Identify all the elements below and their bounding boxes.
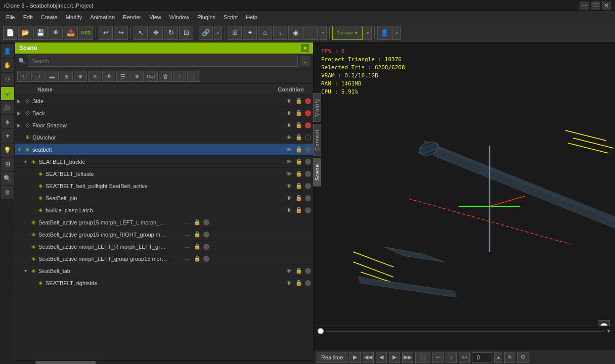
rotate-button[interactable]: ↻: [164, 26, 178, 40]
scene-tool-eye[interactable]: 👁: [102, 71, 115, 82]
usd-button[interactable]: USD: [79, 26, 93, 40]
select-button[interactable]: ↖: [134, 26, 148, 40]
sidebar-fx-btn[interactable]: ✦: [1, 129, 14, 143]
sidebar-body-btn[interactable]: ⚇: [1, 73, 14, 86]
tree-row-floor-shadow[interactable]: ▶ ◇ Floor Shadow 👁 🔒: [15, 119, 313, 131]
stage-button[interactable]: ⌂: [258, 26, 272, 40]
avatar-button[interactable]: 👤: [377, 26, 391, 40]
tab-scene[interactable]: Scene: [313, 158, 321, 186]
tree-row-pulltight[interactable]: ▶ ◈ SEATBELT_belt_pulltight SeatBelt_act…: [15, 180, 313, 192]
toolbar-more-2[interactable]: »: [319, 26, 327, 40]
sidebar-tree-btn[interactable]: 🌳: [1, 87, 14, 100]
move-button[interactable]: ✥: [149, 26, 163, 40]
menu-file[interactable]: File: [2, 13, 19, 21]
menu-plugins[interactable]: Plugins: [193, 13, 219, 21]
render-btn[interactable]: ◉: [288, 26, 302, 40]
tree-row-pin[interactable]: ▶ ◈ SeatBelt_pin 👁 🔒: [15, 192, 313, 204]
timeline-playhead[interactable]: [318, 328, 324, 334]
sun-button[interactable]: ☀: [504, 352, 515, 363]
sidebar-light-btn[interactable]: 💡: [1, 144, 14, 157]
menu-render[interactable]: Render: [119, 13, 145, 21]
sidebar-settings-btn[interactable]: ⚙: [1, 186, 14, 199]
sound-button[interactable]: ♪: [446, 352, 457, 363]
search-input[interactable]: [28, 56, 298, 67]
open-button[interactable]: 📂: [18, 26, 32, 40]
viewport[interactable]: FPS : 0 Project Triangle : 10376 Selecte…: [314, 42, 615, 350]
tree-row-active-2[interactable]: ▶ ◈ SeatBelt_active group15 morph_RIGHT_…: [15, 229, 313, 241]
sidebar-prop-btn[interactable]: ◈: [1, 115, 14, 128]
tree-row-side[interactable]: ▶ ◇ Side 👁 🔒: [15, 95, 313, 107]
redo-button[interactable]: ↪: [114, 26, 128, 40]
tree-row-back[interactable]: ▶ ◇ Back 👁 🔒: [15, 107, 313, 119]
link-button[interactable]: 🔗: [199, 26, 213, 40]
scene-tool-export[interactable]: □↑: [31, 71, 45, 82]
tree-row-active-3[interactable]: ▶ ◈ SeatBelt_active morph_LEFT_R morph_L…: [15, 241, 313, 253]
scene-close-button[interactable]: ✕: [301, 44, 309, 52]
scene-tool-relabel[interactable]: RE↑: [145, 71, 158, 82]
search-collapse-button[interactable]: ⌄: [300, 56, 310, 66]
prev-button[interactable]: ◀: [376, 352, 387, 363]
toolbar-more-1[interactable]: »: [214, 26, 222, 40]
toolbar-more-3[interactable]: »: [364, 26, 372, 40]
play-button[interactable]: ▶: [349, 352, 361, 363]
tree-row-gianchor[interactable]: ▶ ⊕ GIAnchor 👁 🔒: [15, 131, 313, 144]
sidebar-grid-btn[interactable]: ⊞: [1, 158, 14, 171]
scene-tool-lines[interactable]: ≡: [130, 71, 144, 82]
maximize-button[interactable]: ☐: [591, 2, 600, 10]
loop-button[interactable]: ↩: [432, 352, 444, 363]
menu-script[interactable]: Script: [219, 13, 242, 21]
scene-tool-grid[interactable]: ⊞: [60, 71, 73, 82]
record-button[interactable]: ⬛: [415, 352, 430, 363]
next-button[interactable]: ▶: [389, 352, 400, 363]
export-button[interactable]: 📤: [64, 26, 78, 40]
light-button[interactable]: ✦: [243, 26, 257, 40]
menu-edit[interactable]: Edit: [19, 13, 37, 21]
scene-tool-up[interactable]: ↑: [173, 71, 186, 82]
menu-modify[interactable]: Modify: [62, 13, 86, 21]
preview-button[interactable]: Preview ▼: [332, 26, 363, 40]
tree-row-buckle[interactable]: ▼ ◈ SEATBELT_buckle 👁 🔒: [15, 156, 313, 168]
scene-tool-list[interactable]: ≡: [74, 71, 87, 82]
scene-tool-down[interactable]: ↓: [187, 71, 200, 82]
scene-tool-collapse[interactable]: ▬: [46, 71, 59, 82]
sidebar-camera-btn[interactable]: 🎥: [1, 101, 14, 114]
render-more[interactable]: …: [303, 26, 318, 40]
tree-row-active-1[interactable]: ▶ ◈ SeatBelt_active group15 morph_LEFT_L…: [15, 216, 313, 229]
scene-tool-import[interactable]: ↑□: [17, 71, 30, 82]
tree-row-rightside[interactable]: ▶ ◈ SEATBELT_rightside 👁 🔒: [15, 277, 313, 289]
scrollbar-thumb[interactable]: [35, 361, 96, 364]
sidebar-hand-btn[interactable]: ✋: [1, 59, 14, 72]
sidebar-zoom-btn[interactable]: 🔍: [1, 172, 14, 185]
tab-modify[interactable]: Modify: [313, 93, 321, 122]
prev-keyframe-button[interactable]: ◀◀: [363, 352, 374, 363]
menu-create[interactable]: Create: [37, 13, 62, 21]
tree-row-tab[interactable]: ▼ ◈ SeatBelt_tab 👁 🔒: [15, 265, 313, 277]
minimize-button[interactable]: —: [580, 2, 589, 10]
tab-content[interactable]: Content: [313, 124, 321, 156]
tree-row-active-4[interactable]: ▶ ◈ SeatBelt_active morph_LEFT_group gro…: [15, 253, 313, 265]
close-button[interactable]: ✕: [602, 2, 611, 10]
view-button[interactable]: 👁: [49, 26, 63, 40]
timeline-scrubber[interactable]: ▼: [314, 326, 615, 336]
settings-button[interactable]: ⚙: [517, 352, 529, 363]
scale-button[interactable]: ⊡: [179, 26, 193, 40]
sidebar-person-btn[interactable]: 👤: [1, 44, 14, 58]
scene-tool-rows[interactable]: ☰: [116, 71, 129, 82]
timeline-track[interactable]: [326, 331, 604, 332]
next-keyframe-button[interactable]: ▶▶: [402, 352, 413, 363]
frame-input[interactable]: [472, 352, 492, 362]
frame-up-button[interactable]: ▲: [494, 352, 502, 363]
tree-row-seatbelt[interactable]: ▼ ◈ seatbelt 👁 🔒: [15, 144, 313, 156]
menu-window[interactable]: Window: [165, 13, 193, 21]
scene-tool-delete[interactable]: 🗑: [159, 71, 172, 82]
new-button[interactable]: 📄: [3, 26, 17, 40]
menu-help[interactable]: Help: [242, 13, 261, 21]
down-button[interactable]: ↓: [273, 26, 287, 40]
menu-view[interactable]: View: [145, 13, 165, 21]
tree-row-clasp[interactable]: ▶ ◈ buckle_clasp Latch 👁 🔒: [15, 204, 313, 216]
tree-row-leftside[interactable]: ▶ ◈ SEATBELT_leftside 👁 🔒: [15, 168, 313, 180]
back-button[interactable]: ↩: [459, 352, 470, 363]
menu-animation[interactable]: Animation: [86, 13, 119, 21]
toolbar-more-4[interactable]: »: [392, 26, 401, 40]
save-button[interactable]: 💾: [33, 26, 48, 40]
